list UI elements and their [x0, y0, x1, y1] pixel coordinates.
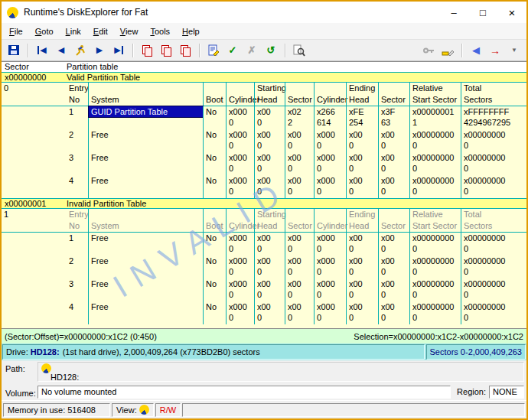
end-head-cell[interactable]: x000 [346, 301, 378, 324]
end-sector-cell[interactable]: x000 [378, 278, 409, 301]
end-sector-cell[interactable]: x000 [378, 256, 409, 278]
start-head-cell[interactable]: x000 [254, 152, 285, 175]
view-panel[interactable]: View: [112, 403, 154, 417]
titlebar[interactable]: Runtime's DiskExplorer for Fat – □ × [2, 2, 526, 23]
total-sectors-cell[interactable]: x000000000 [461, 233, 526, 256]
boot-cell[interactable]: No [203, 256, 226, 278]
entry-number-cell[interactable]: 2 [67, 256, 88, 278]
system-cell[interactable]: Free [89, 175, 203, 186]
boot-cell[interactable]: No [203, 106, 226, 129]
refresh-button[interactable]: ↺ [262, 42, 279, 59]
start-cylinder-cell[interactable]: x0000 [226, 256, 254, 278]
copy-selection-button[interactable] [158, 42, 174, 59]
entry-number-cell[interactable]: 3 [67, 152, 88, 175]
relative-start-cell[interactable]: x000000000 [409, 256, 461, 278]
start-sector-cell[interactable]: x000 [285, 256, 314, 278]
save-button[interactable] [5, 42, 22, 59]
relative-start-cell[interactable]: x000000000 [409, 175, 461, 198]
entry-number-cell[interactable]: 2 [67, 129, 88, 152]
entry-number-cell[interactable]: 4 [67, 301, 88, 324]
start-cylinder-cell[interactable]: x0000 [226, 233, 254, 256]
boot-cell[interactable]: No [203, 175, 226, 198]
drive-info-panel[interactable]: Drive: HD128: (1st hard drive), 2,000,40… [2, 344, 425, 360]
boot-cell[interactable]: No [203, 152, 226, 175]
apply-button[interactable]: ✓ [224, 42, 241, 59]
relative-start-cell[interactable]: x000000000 [409, 278, 461, 301]
menu-edit[interactable]: Edit [87, 24, 114, 38]
entry-number-cell[interactable]: 1 [67, 106, 88, 129]
preview-button[interactable] [291, 42, 308, 59]
close-button[interactable]: × [497, 2, 526, 23]
partition-entry-row[interactable]: 1 GUID Partition Table No x0000 x000 x02… [2, 106, 526, 129]
menu-file[interactable]: File [3, 24, 29, 38]
system-cell[interactable]: GUID Partition Table [89, 106, 203, 117]
go-button[interactable] [72, 42, 89, 59]
end-cylinder-cell[interactable]: x0000 [314, 175, 346, 198]
end-cylinder-cell[interactable]: x0000 [314, 256, 346, 278]
end-head-cell[interactable]: x000 [346, 175, 378, 198]
copy-sector-button[interactable] [139, 42, 155, 59]
goto-target-button[interactable]: → [487, 42, 504, 59]
copy-entry-button[interactable] [177, 42, 194, 59]
relative-start-cell[interactable]: x000000000 [409, 152, 461, 175]
goto-menu-button[interactable]: ▼ [506, 42, 523, 59]
end-cylinder-cell[interactable]: x0000 [314, 152, 346, 175]
prev-sector-button[interactable]: ◀ [53, 42, 70, 59]
start-sector-cell[interactable]: x000 [285, 175, 314, 198]
start-cylinder-cell[interactable]: x0000 [226, 106, 254, 129]
edit-button[interactable] [205, 42, 222, 59]
start-cylinder-cell[interactable]: x0000 [226, 129, 254, 152]
end-sector-cell[interactable]: x000 [378, 152, 409, 175]
system-cell[interactable]: Free [89, 278, 203, 289]
entry-number-cell[interactable]: 3 [67, 278, 88, 301]
partition-entry-row[interactable]: 3 Free No x0000 x000 x000 x0000 x000 x00… [2, 278, 526, 301]
end-head-cell[interactable]: x000 [346, 129, 378, 152]
rw-panel[interactable]: R/W [155, 403, 181, 417]
menu-goto[interactable]: Goto [29, 24, 60, 38]
partition-entry-row[interactable]: 2 Free No x0000 x000 x000 x0000 x000 x00… [2, 256, 526, 278]
start-sector-cell[interactable]: x000 [285, 152, 314, 175]
partition-entry-row[interactable]: 2 Free No x0000 x000 x000 x0000 x000 x00… [2, 129, 526, 152]
end-cylinder-cell[interactable]: x0000 [314, 301, 346, 324]
relative-start-cell[interactable]: x000000000 [409, 233, 461, 256]
boot-cell[interactable]: No [203, 129, 226, 152]
end-sector-cell[interactable]: x000 [378, 129, 409, 152]
total-sectors-cell[interactable]: x000000000 [461, 129, 526, 152]
total-sectors-cell[interactable]: x000000000 [461, 175, 526, 198]
start-head-cell[interactable]: x000 [254, 301, 285, 324]
partition-entry-row[interactable]: 1 Free No x0000 x000 x000 x0000 x000 x00… [2, 233, 526, 256]
start-head-cell[interactable]: x000 [254, 106, 285, 129]
minimize-button[interactable]: – [439, 2, 468, 23]
end-head-cell[interactable]: x000 [346, 152, 378, 175]
end-cylinder-cell[interactable]: x266614 [314, 106, 346, 129]
boot-cell[interactable]: No [203, 301, 226, 324]
system-cell[interactable]: Free [89, 152, 203, 163]
end-sector-cell[interactable]: x000 [378, 175, 409, 198]
end-cylinder-cell[interactable]: x0000 [314, 233, 346, 256]
end-head-cell[interactable]: x000 [346, 233, 378, 256]
start-cylinder-cell[interactable]: x0000 [226, 278, 254, 301]
end-head-cell[interactable]: x000 [346, 278, 378, 301]
start-cylinder-cell[interactable]: x0000 [226, 301, 254, 324]
total-sectors-cell[interactable]: x000000000 [461, 301, 526, 324]
system-cell[interactable]: Free [89, 233, 203, 243]
start-head-cell[interactable]: x000 [254, 256, 285, 278]
end-sector-cell[interactable]: x000 [378, 301, 409, 324]
system-cell[interactable]: Free [89, 256, 203, 266]
menu-help[interactable]: Help [176, 24, 206, 38]
start-head-cell[interactable]: x000 [254, 233, 285, 256]
partition-entry-row[interactable]: 3 Free No x0000 x000 x000 x0000 x000 x00… [2, 152, 526, 175]
path-box[interactable]: HD128: [37, 362, 524, 382]
start-cylinder-cell[interactable]: x0000 [226, 152, 254, 175]
partition-entry-row[interactable]: 4 Free No x0000 x000 x000 x0000 x000 x00… [2, 301, 526, 324]
fill-button[interactable] [439, 42, 456, 59]
relative-start-cell[interactable]: x000000011 [409, 106, 461, 129]
start-sector-cell[interactable]: x000 [285, 233, 314, 256]
total-sectors-cell[interactable]: xFFFFFFFF4294967295 [461, 106, 526, 129]
entry-number-cell[interactable]: 1 [67, 233, 88, 256]
start-sector-cell[interactable]: x000 [285, 129, 314, 152]
total-sectors-cell[interactable]: x000000000 [461, 256, 526, 278]
end-sector-cell[interactable]: x000 [378, 233, 409, 256]
start-head-cell[interactable]: x000 [254, 129, 285, 152]
end-cylinder-cell[interactable]: x0000 [314, 129, 346, 152]
